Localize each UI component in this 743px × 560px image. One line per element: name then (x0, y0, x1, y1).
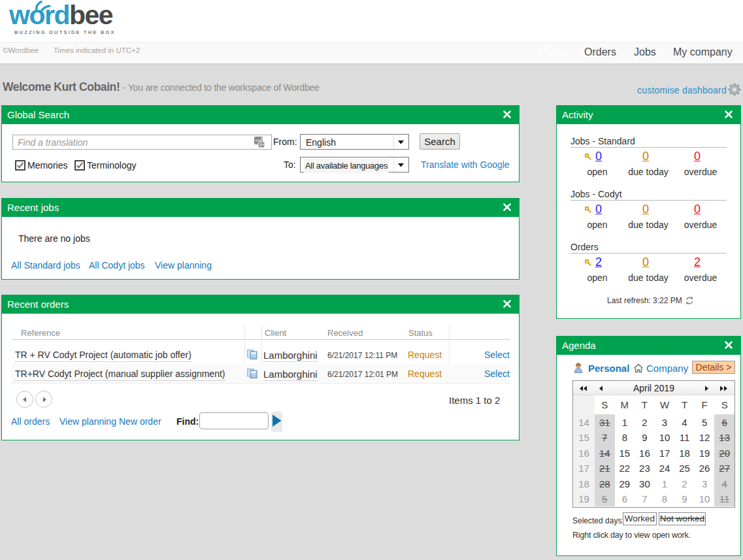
svg-text:9+: 9+ (259, 142, 265, 147)
